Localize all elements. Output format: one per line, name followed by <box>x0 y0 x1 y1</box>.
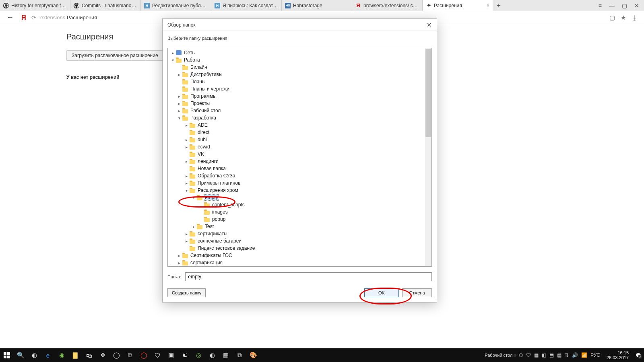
tree-row[interactable]: images <box>168 208 431 216</box>
tree-expand-icon[interactable]: ▾ <box>170 58 175 62</box>
tree-row[interactable]: ▾Разработка <box>168 114 431 121</box>
tree-row[interactable]: ▸ecwid <box>168 143 431 150</box>
tree-row[interactable]: ▾empty <box>168 194 431 201</box>
tree-expand-icon[interactable]: ▸ <box>184 181 189 185</box>
downloads-icon[interactable]: ⭳ <box>632 14 638 21</box>
tree-row[interactable]: ▾Расширения хром <box>168 187 431 194</box>
tray-icon-2[interactable]: ▦ <box>534 352 539 358</box>
search-icon[interactable]: 🔍 <box>14 348 27 362</box>
tree-expand-icon[interactable]: ▸ <box>177 261 182 265</box>
menu-icon[interactable]: ≡ <box>599 2 602 9</box>
taskbar-app-1[interactable]: ◐ <box>27 348 41 362</box>
system-tray[interactable]: ⬡ 🛡 ▦ ◧ ⬒ ▤ ⇅ 🔊 📶 РУС <box>516 352 603 358</box>
taskbar-edge-icon[interactable]: e <box>41 348 55 362</box>
cancel-button[interactable]: Отмена <box>402 288 432 297</box>
tree-expand-icon[interactable]: ▸ <box>177 72 182 77</box>
browser-tab[interactable]: Яbrowser://extensions/ ccak <box>352 0 423 11</box>
browser-tab[interactable]: Commits · rinatusmanov/e <box>70 0 141 11</box>
tree-row[interactable]: popup <box>168 216 431 223</box>
taskbar-store-icon[interactable]: 🛍 <box>82 348 96 362</box>
tree-row[interactable]: ▸Дистрибутивы <box>168 71 431 78</box>
window-minimize-icon[interactable]: — <box>609 2 615 9</box>
tree-expand-icon[interactable]: ▾ <box>177 116 182 120</box>
tray-icon-1[interactable]: ⬡ <box>519 352 523 358</box>
taskbar-explorer-icon[interactable]: ▇ <box>68 348 82 362</box>
tree-row[interactable]: direct <box>168 129 431 136</box>
tree-row[interactable]: ▸Обработка СУЗа <box>168 172 431 179</box>
tree-scrollbar[interactable] <box>425 48 431 266</box>
tree-row[interactable]: Новая папка <box>168 165 431 172</box>
tree-row[interactable]: ▸Примеры плагинов <box>168 179 431 187</box>
tree-expand-icon[interactable]: ▸ <box>184 138 189 142</box>
tree-row[interactable]: ▸Проекты <box>168 100 431 107</box>
yandex-logo-icon[interactable]: Я <box>20 14 27 21</box>
taskbar-app-5[interactable]: 🛡 <box>151 348 164 362</box>
tree-scrollbar-thumb[interactable] <box>425 49 431 137</box>
tree-expand-icon[interactable]: ▸ <box>184 159 189 164</box>
browser-tab[interactable]: HРедактирование публика <box>141 0 211 11</box>
tree-row[interactable]: ▸сертификация <box>168 259 431 266</box>
tree-expand-icon[interactable]: ▸ <box>177 94 182 99</box>
tree-row[interactable]: ▸лендинги <box>168 158 431 165</box>
taskbar-app-9[interactable]: ▦ <box>219 348 233 362</box>
browser-tab[interactable]: ✦Расширения× <box>423 0 493 11</box>
tree-row[interactable]: Планы <box>168 78 431 85</box>
tray-icon-3[interactable]: ◧ <box>542 352 546 358</box>
folder-tree[interactable]: ▸Сеть▾РаботаБилайн▸ДистрибутивыПланыПлан… <box>167 48 432 267</box>
tree-row[interactable]: ▸duhi <box>168 136 431 143</box>
tray-volume-icon[interactable]: 🔊 <box>572 352 578 358</box>
tray-shield-icon[interactable]: 🛡 <box>526 352 531 358</box>
shield-icon[interactable]: ▢ <box>609 14 615 21</box>
tree-row[interactable]: ▸Сеть <box>168 49 431 56</box>
taskbar-app-4[interactable]: ⧉ <box>123 348 137 362</box>
tree-row[interactable]: ▾Работа <box>168 56 431 64</box>
window-maximize-icon[interactable]: ▢ <box>622 2 627 9</box>
tree-expand-icon[interactable]: ▸ <box>177 109 182 113</box>
window-close-icon[interactable]: ✕ <box>634 2 639 9</box>
tree-expand-icon[interactable]: ▾ <box>191 195 196 200</box>
taskbar-yandex-icon[interactable]: ◯ <box>137 348 151 362</box>
start-button[interactable] <box>0 348 14 362</box>
bookmark-star-icon[interactable]: ★ <box>621 14 626 21</box>
folder-name-input[interactable] <box>185 272 432 281</box>
tree-row[interactable]: Билайн <box>168 64 431 71</box>
tree-row[interactable]: ▸Сертификаты ГОС <box>168 252 431 259</box>
tray-wifi-icon[interactable]: 📶 <box>581 352 587 358</box>
make-folder-button[interactable]: Создать папку <box>167 288 206 297</box>
dialog-titlebar[interactable]: Обзор папок ✕ <box>163 19 437 31</box>
tree-expand-icon[interactable]: ▸ <box>177 253 182 258</box>
tree-row[interactable]: ▸Test <box>168 223 431 230</box>
tree-row[interactable]: ▸ADE <box>168 121 431 129</box>
url-box[interactable]: extensions Расширения <box>40 14 97 21</box>
tree-row[interactable]: VK <box>168 150 431 158</box>
tree-row[interactable]: Яндекс тестовое задание <box>168 245 431 252</box>
action-center-icon[interactable]: 💬2 <box>633 348 644 362</box>
browser-tab[interactable]: HЯ пиарюсь: Как создать e <box>211 0 282 11</box>
browser-tab[interactable]: HSHabrastorage <box>282 0 352 11</box>
browser-tab[interactable]: History for empty/manifest <box>0 0 70 11</box>
tree-expand-icon[interactable]: ▸ <box>184 232 189 236</box>
tree-row[interactable]: ▸сертификаты <box>168 230 431 237</box>
taskbar-terminal-icon[interactable]: ▣ <box>164 348 178 362</box>
taskbar-app-3[interactable]: ❖ <box>96 348 109 362</box>
show-desktop-label[interactable]: Рабочий стол <box>483 353 514 358</box>
taskbar-app-7[interactable]: ◎ <box>192 348 205 362</box>
tree-row[interactable]: content_scripts <box>168 201 431 208</box>
taskbar-app-6[interactable]: ☯ <box>178 348 192 362</box>
tray-icon-5[interactable]: ▤ <box>557 352 561 358</box>
tray-language[interactable]: РУС <box>590 352 600 358</box>
tree-expand-icon[interactable]: ▸ <box>177 101 182 106</box>
taskbar-app-2[interactable]: ◉ <box>55 348 68 362</box>
ok-button[interactable]: OK <box>364 288 399 297</box>
tree-row[interactable]: ▸Программы <box>168 93 431 100</box>
new-tab-button[interactable]: + <box>493 0 504 11</box>
reload-icon[interactable]: ⟳ <box>31 14 36 21</box>
tree-expand-icon[interactable]: ▸ <box>184 145 189 149</box>
tree-expand-icon[interactable]: ▸ <box>191 224 196 229</box>
tree-row[interactable]: ▸солнечные батареи <box>168 237 431 245</box>
taskbar-app-10[interactable]: ⧉ <box>233 348 246 362</box>
close-icon[interactable]: ✕ <box>427 21 432 29</box>
tree-expand-icon[interactable]: ▾ <box>184 188 189 193</box>
taskbar-app-8[interactable]: ◐ <box>205 348 219 362</box>
tree-expand-icon[interactable]: ▸ <box>170 51 175 55</box>
